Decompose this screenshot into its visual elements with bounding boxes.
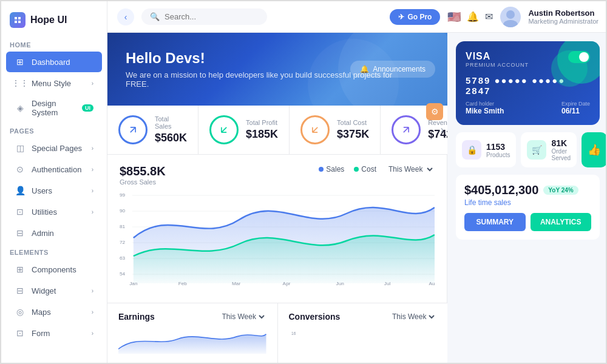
svg-text:Apr: Apr	[283, 281, 291, 286]
sidebar-item-label: Special Pages	[32, 144, 86, 153]
main-content: ‹ 🔍 ✈ Go Pro 🇺🇸 🔔 ✉ Austin Robertson Mar…	[107, 1, 607, 364]
chevron-right-icon: ›	[92, 209, 93, 215]
visa-brand: VISA	[466, 51, 529, 62]
sidebar-item-label: Users	[32, 186, 86, 195]
svg-text:63: 63	[120, 255, 126, 261]
lifetime-label: Life time sales	[464, 198, 591, 207]
sidebar-item-authentication[interactable]: ⊙ Authentication ›	[6, 159, 102, 180]
stat-card-total-cost: Total Cost $375K	[290, 106, 381, 154]
svg-text:Jul: Jul	[384, 281, 391, 286]
announcements-button[interactable]: 🔔 Announcements	[350, 61, 435, 78]
header-icons: 🇺🇸 🔔 ✉	[447, 10, 493, 24]
chart-legend: Sales Cost	[319, 165, 376, 174]
maps-icon: ◎	[15, 306, 25, 317]
svg-text:99: 99	[120, 192, 126, 198]
sidebar-item-label: Authentication	[32, 165, 86, 174]
sidebar-item-label: Widget	[32, 286, 86, 295]
hero-banner: Hello Devs! We are on a mission to help …	[107, 33, 447, 106]
gross-amount: $855.8K	[120, 164, 166, 178]
sidebar-section-pages: Pages	[1, 123, 107, 137]
earnings-title: Earnings	[118, 312, 155, 322]
period-select[interactable]: This Week Last Week This Month	[386, 164, 435, 174]
sidebar-item-utilities[interactable]: ⊡ Utilities ›	[6, 201, 102, 222]
orders-value: 81K	[551, 138, 571, 148]
avatar	[500, 7, 521, 27]
svg-point-0	[506, 10, 515, 19]
stat-mini-third: 👍	[582, 132, 607, 167]
chevron-right-icon: ›	[92, 80, 93, 87]
chevron-right-icon: ›	[92, 187, 93, 194]
sidebar-item-maps[interactable]: ◎ Maps ›	[6, 302, 102, 322]
svg-text:81: 81	[120, 224, 126, 229]
conversions-period-select[interactable]: This Week	[390, 312, 436, 322]
cost-legend: Cost	[354, 165, 376, 174]
user-name: Austin Robertson	[528, 8, 599, 18]
summary-row: SUMMARY ANALYTICS	[464, 213, 591, 231]
sidebar-item-users[interactable]: 👤 Users ›	[6, 180, 102, 201]
conversions-title: Conversions	[289, 312, 341, 322]
earnings-chart	[118, 326, 266, 357]
sidebar-item-menu-style[interactable]: ⋮⋮ Menu Style ›	[6, 73, 102, 93]
users-icon: 👤	[15, 185, 25, 196]
search-input[interactable]	[164, 12, 259, 21]
stat-label: Total Profit	[246, 119, 278, 126]
design-system-icon: ◈	[15, 103, 25, 113]
svg-text:54: 54	[120, 271, 126, 277]
mail-icon[interactable]: ✉	[485, 11, 493, 22]
header: ‹ 🔍 ✈ Go Pro 🇺🇸 🔔 ✉ Austin Robertson Mar…	[107, 1, 607, 33]
lifetime-sales: $405,012,300 YoY 24% Life time sales SUM…	[456, 175, 600, 240]
center-panel: Hello Devs! We are on a mission to help …	[107, 33, 447, 364]
stat-nav-arrow[interactable]: ›	[441, 124, 444, 135]
flag-icon[interactable]: 🇺🇸	[447, 10, 461, 24]
holder-name: Mike Smith	[466, 107, 504, 115]
bell-icon: 🔔	[360, 65, 369, 73]
stat-mini-products: 🔒 1153 Products	[456, 132, 516, 167]
logo-icon	[10, 12, 25, 28]
visa-type: PREMIUM ACCOUNT	[466, 62, 529, 68]
visa-card: VISA PREMIUM ACCOUNT 5789 ●●●●● ●●●●● 28…	[456, 41, 600, 125]
products-icon: 🔒	[462, 140, 481, 160]
charts-row: $855.8K Gross Sales Sales Cost This Week	[107, 155, 447, 303]
ui-badge: UI	[82, 104, 93, 112]
earnings-period-select[interactable]: This Week	[220, 312, 266, 322]
sidebar-item-form[interactable]: ⊡ Form ›	[6, 323, 102, 343]
go-pro-icon: ✈	[398, 13, 404, 21]
chevron-right-icon: ›	[92, 330, 93, 337]
back-button[interactable]: ‹	[117, 8, 134, 25]
auth-icon: ⊙	[15, 164, 25, 175]
lifetime-amount: $405,012,300	[464, 183, 538, 197]
logo: Hope UI	[1, 7, 107, 36]
hero-subtitle: We are on a mission to help developers l…	[126, 70, 417, 89]
chevron-right-icon: ›	[92, 166, 93, 173]
expire-date: 06/11	[561, 107, 590, 115]
sidebar-item-admin[interactable]: ⊟ Admin	[6, 223, 102, 243]
stat-cards: Total Sales $560K Total Profit $185K	[107, 106, 447, 155]
sidebar-item-label: Components	[32, 265, 93, 274]
visa-toggle[interactable]	[568, 51, 590, 63]
chart-area: 99 90 81 72 63 54	[120, 189, 435, 286]
sidebar-item-components[interactable]: ⊞ Components	[6, 259, 102, 280]
sidebar-item-label: Utilities	[32, 207, 86, 217]
svg-text:90: 90	[120, 208, 126, 214]
stat-card-total-profit: Total Profit $185K	[198, 106, 290, 154]
widget-icon: ⊟	[15, 285, 25, 296]
sidebar-section-elements: Elements	[1, 244, 107, 258]
sidebar-item-label: Design System	[32, 99, 76, 117]
sidebar-item-special-pages[interactable]: ◫ Special Pages ›	[6, 138, 102, 158]
notification-icon[interactable]: 🔔	[467, 11, 479, 22]
stat-circle-sales	[118, 115, 148, 144]
user-role: Marketing Administrator	[528, 18, 599, 25]
hero-title: Hello Devs!	[126, 50, 429, 67]
sidebar-item-design-system[interactable]: ◈ Design System UI	[6, 94, 102, 122]
sidebar-item-widget[interactable]: ⊟ Widget ›	[6, 280, 102, 301]
gross-sales-panel: $855.8K Gross Sales Sales Cost This Week	[107, 155, 447, 303]
svg-text:Jan: Jan	[129, 281, 137, 286]
analytics-button[interactable]: ANALYTICS	[531, 213, 592, 231]
conversions-card: Conversions This Week 16	[278, 303, 448, 364]
summary-button[interactable]: SUMMARY	[464, 213, 526, 231]
stat-mini-row: 🔒 1153 Products 🛒 81K Order Served	[456, 132, 600, 167]
sidebar-section-home: Home	[1, 36, 107, 51]
sidebar-item-dashboard[interactable]: ⊞ Dashboard	[6, 52, 102, 72]
go-pro-button[interactable]: ✈ Go Pro	[390, 9, 440, 25]
svg-text:16: 16	[291, 331, 296, 335]
